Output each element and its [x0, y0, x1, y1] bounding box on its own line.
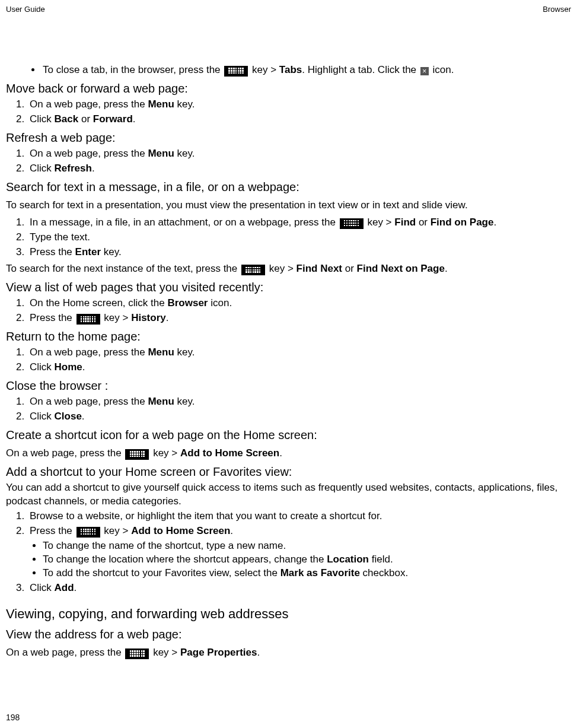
- text: icon.: [433, 64, 454, 75]
- header-left: User Guide: [6, 5, 45, 14]
- list-item: To change the location where the shortcu…: [43, 553, 571, 567]
- list-item: On the Home screen, click the Browser ic…: [27, 297, 571, 310]
- list-item: To add the shortcut to your Favorites vi…: [43, 567, 571, 580]
- text: To close a tab, in the browser, press th…: [43, 64, 223, 75]
- text: key >: [252, 64, 279, 75]
- home-steps: On a web page, press the Menu key. Click…: [6, 346, 571, 374]
- shortcut-fav-intro: You can add a shortcut to give yourself …: [6, 481, 571, 508]
- blackberry-key-icon: [340, 218, 364, 229]
- history-steps: On the Home screen, click the Browser ic…: [6, 297, 571, 325]
- heading-shortcut-icon: Create a shortcut icon for a web page on…: [6, 427, 571, 443]
- search-steps: In a message, in a file, in an attachmen…: [6, 216, 571, 259]
- blackberry-key-icon: [125, 449, 149, 460]
- blackberry-key-icon: [76, 314, 100, 325]
- close-steps: On a web page, press the Menu key. Click…: [6, 395, 571, 424]
- content: To close a tab, in the browser, press th…: [6, 63, 571, 660]
- list-item: On a web page, press the Menu key.: [27, 346, 571, 360]
- list-item: Press the key > History.: [27, 311, 571, 325]
- heading-history: View a list of web pages that you visite…: [6, 279, 571, 295]
- blackberry-key-icon: [125, 648, 149, 659]
- list-item: Type the text.: [27, 231, 571, 244]
- list-item: Click Back or Forward.: [27, 113, 571, 126]
- close-tab-item: To close a tab, in the browser, press th…: [42, 63, 571, 77]
- list-item: Press the key > Add to Home Screen.: [27, 524, 571, 538]
- heading-move: Move back or forward a web page:: [6, 81, 571, 97]
- heading-home: Return to the home page:: [6, 329, 571, 345]
- page-header: User Guide Browser: [6, 5, 571, 14]
- page-number: 198: [6, 713, 20, 722]
- shortcut-icon-text: On a web page, press the key > Add to Ho…: [6, 447, 571, 460]
- heading-view-address: View the address for a web page:: [6, 627, 571, 643]
- list-item: Click Close.: [27, 410, 571, 424]
- blackberry-key-icon: [224, 66, 248, 77]
- list-item: On a web page, press the Menu key.: [27, 147, 571, 161]
- move-steps: On a web page, press the Menu key. Click…: [6, 98, 571, 126]
- list-item: Click Add.: [27, 581, 571, 595]
- list-item: To change the name of the shortcut, type…: [43, 539, 571, 553]
- search-next: To search for the next instance of the t…: [6, 262, 571, 276]
- list-item: Press the Enter key.: [27, 246, 571, 259]
- text: Tabs: [279, 64, 302, 75]
- list-item: Browse to a website, or highlight the it…: [27, 510, 571, 523]
- shortcut-fav-steps-cont: Click Add.: [6, 581, 571, 595]
- refresh-steps: On a web page, press the Menu key. Click…: [6, 147, 571, 176]
- heading-refresh: Refresh a web page:: [6, 130, 571, 146]
- shortcut-fav-subbullets: To change the name of the shortcut, type…: [6, 539, 571, 580]
- list-item: On a web page, press the Menu key.: [27, 395, 571, 409]
- search-intro: To search for text in a presentation, yo…: [6, 199, 571, 212]
- heading-shortcut-fav: Add a shortcut to your Home screen or Fa…: [6, 464, 571, 480]
- list-item: On a web page, press the Menu key.: [27, 98, 571, 112]
- close-icon: ×: [420, 67, 429, 75]
- heading-search: Search for text in a message, in a file,…: [6, 179, 571, 195]
- list-item: Click Home.: [27, 361, 571, 374]
- view-address-text: On a web page, press the key > Page Prop…: [6, 646, 571, 660]
- blackberry-key-icon: [76, 527, 100, 538]
- shortcut-fav-steps: Browse to a website, or highlight the it…: [6, 510, 571, 538]
- list-item: In a message, in a file, in an attachmen…: [27, 216, 571, 230]
- heading-viewing: Viewing, copying, and forwarding web add…: [6, 605, 571, 623]
- text: . Highlight a tab. Click the: [302, 64, 419, 75]
- close-tab-bullet-list: To close a tab, in the browser, press th…: [6, 63, 571, 77]
- heading-close: Close the browser :: [6, 378, 571, 394]
- header-right: Browser: [543, 5, 571, 14]
- list-item: Click Refresh.: [27, 162, 571, 176]
- blackberry-key-icon: [241, 265, 265, 275]
